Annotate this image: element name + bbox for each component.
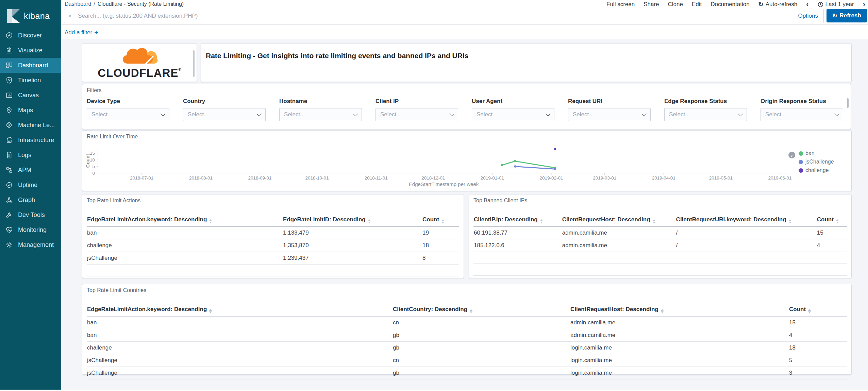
add-filter-button[interactable]: Add a filter+ (65, 29, 98, 36)
sort-icon[interactable] (368, 219, 371, 223)
sort-icon[interactable] (209, 309, 212, 313)
breadcrumb-dashboard-link[interactable]: Dashboard (65, 1, 91, 7)
table-cell: 1,239,437 (283, 252, 422, 265)
edit-button[interactable]: Edit (692, 1, 702, 8)
filter-select-device-type[interactable]: Select... (87, 108, 169, 121)
sort-icon[interactable] (441, 219, 444, 223)
compass-icon (5, 31, 14, 40)
chevron-down-icon (257, 111, 262, 116)
auto-refresh-button[interactable]: ↻ Auto-refresh (758, 1, 798, 8)
options-button[interactable]: Options (798, 13, 823, 19)
sidebar-item-uptime[interactable]: Uptime (0, 177, 61, 192)
top-menu: Full screen Share Clone Edit Documentati… (606, 1, 865, 8)
sort-icon[interactable] (470, 309, 472, 313)
sidebar-item-label: Dashboard (18, 62, 48, 69)
sidebar-item-management[interactable]: Management (0, 237, 61, 252)
clone-button[interactable]: Clone (668, 1, 683, 8)
sort-icon[interactable] (540, 219, 543, 223)
column-header-label: Count (789, 306, 806, 312)
sidebar-item-label: Discover (18, 32, 42, 39)
filter-select-client-ip[interactable]: Select... (375, 108, 458, 121)
table-row: challenge1,353,87018 (87, 239, 459, 252)
sidebar-item-logs[interactable]: Logs (0, 148, 61, 163)
table-cell: 8 (422, 252, 459, 265)
column-header-label: ClientRequestHost: Descending (562, 216, 650, 223)
wrench-icon (5, 210, 14, 219)
chevron-down-icon (642, 111, 647, 116)
full-screen-button[interactable]: Full screen (606, 1, 635, 8)
bar-chart-icon (5, 46, 14, 55)
table-cell: jsChallenge (87, 367, 393, 379)
sidebar-item-visualize[interactable]: Visualize (0, 43, 61, 58)
column-header[interactable]: EdgeRateLimitAction.keyword: Descending (87, 303, 393, 316)
sidebar-item-label: Timelion (18, 77, 41, 84)
sort-icon[interactable] (653, 219, 655, 223)
legend-item-ban[interactable]: ban (799, 150, 834, 156)
column-header[interactable]: Count (422, 213, 459, 226)
search-input[interactable]: >_ Search... (e.g. status:200 AND extens… (64, 9, 824, 23)
filter-select-edge-response-status[interactable]: Select... (664, 108, 747, 121)
table-row: jsChallengegblogin.camilia.me3 (87, 367, 847, 379)
column-header[interactable]: EdgeRateLimitAction.keyword: Descending (87, 213, 283, 226)
share-button[interactable]: Share (644, 1, 659, 8)
sidebar-item-apm[interactable]: APM (0, 163, 61, 177)
sidebar-nav: DiscoverVisualizeDashboardTimelionCanvas… (0, 28, 61, 252)
refresh-button-label: Refresh (839, 12, 861, 19)
refresh-arrow-icon: ↻ (758, 1, 764, 8)
sidebar-item-timelion[interactable]: Timelion (0, 73, 61, 88)
sidebar-item-machine-le[interactable]: Machine Le... (0, 118, 61, 133)
column-header-label: ClientRequestHost: Descending (570, 306, 658, 312)
sort-icon[interactable] (209, 219, 212, 223)
column-header[interactable]: ClientIP.ip: Descending (473, 213, 562, 226)
console-prompt-icon: >_ (68, 13, 74, 19)
sort-icon[interactable] (836, 219, 839, 223)
sidebar-item-dev-tools[interactable]: Dev Tools (0, 207, 61, 222)
column-header[interactable]: EdgeRateLimitID: Descending (283, 213, 422, 226)
sort-icon[interactable] (661, 309, 664, 313)
sort-icon[interactable] (789, 219, 791, 223)
sidebar-item-label: Visualize (18, 47, 43, 54)
kibana-logo[interactable]: kibana (0, 0, 61, 28)
filter-select-user-agent[interactable]: Select... (472, 108, 554, 121)
sidebar-item-discover[interactable]: Discover (0, 28, 61, 43)
filter-select-request-uri[interactable]: Select... (568, 108, 651, 121)
sidebar-item-dashboard[interactable]: Dashboard (0, 58, 61, 73)
sidebar-item-graph[interactable]: Graph (0, 192, 61, 207)
column-header[interactable]: ClientRequestURI.keyword: Descending (676, 213, 817, 226)
sidebar-item-infrastructure[interactable]: Infrastructure (0, 133, 61, 148)
time-range-button[interactable]: Last 1 year (818, 1, 854, 8)
table-cell: gb (393, 367, 570, 379)
filter-label: Request URI (568, 98, 651, 105)
column-header-label: EdgeRateLimitID: Descending (283, 216, 366, 223)
sidebar-item-maps[interactable]: Maps (0, 103, 61, 118)
sort-icon[interactable] (808, 309, 811, 313)
filters-panel-scrollbar[interactable] (847, 98, 849, 108)
sidebar-item-canvas[interactable]: Canvas (0, 88, 61, 103)
top-rate-limit-countries-panel: Top Rate Limit Countries EdgeRateLimitAc… (82, 284, 852, 375)
column-header[interactable]: Count (817, 213, 847, 226)
column-header[interactable]: Count (789, 303, 847, 316)
time-forward-chevron-icon[interactable]: › (863, 2, 865, 7)
time-back-chevron-icon[interactable]: ‹ (806, 2, 808, 7)
filter-select-origin-response-status[interactable]: Select... (761, 108, 843, 121)
documentation-button[interactable]: Documentation (711, 1, 749, 8)
filter-select-country[interactable]: Select... (183, 108, 266, 121)
legend-label: jsChallenge (805, 159, 834, 165)
refresh-button[interactable]: ↻ Refresh (827, 9, 867, 22)
logo-panel-scrollbar[interactable] (193, 50, 195, 77)
table-cell: admin.camilia.me (562, 226, 676, 239)
filter-field-client-ip: Client IPSelect... (375, 98, 458, 121)
select-placeholder: Select... (573, 111, 594, 118)
svg-text:2018-07-01: 2018-07-01 (130, 175, 153, 181)
table-header-row: EdgeRateLimitAction.keyword: DescendingE… (87, 213, 459, 226)
legend-item-challenge[interactable]: challenge (799, 167, 834, 173)
banned-ips-panel-title: Top Banned Client IPs (469, 194, 851, 204)
filter-select-hostname[interactable]: Select... (279, 108, 362, 121)
legend-collapse-icon[interactable]: › (788, 152, 795, 158)
column-header[interactable]: ClientCountry: Descending (393, 303, 570, 316)
sidebar-item-monitoring[interactable]: Monitoring (0, 222, 61, 237)
legend-item-jschallenge[interactable]: jsChallenge (799, 159, 834, 165)
column-header[interactable]: ClientRequestHost: Descending (562, 213, 676, 226)
column-header[interactable]: ClientRequestHost: Descending (570, 303, 789, 316)
table-cell: jsChallenge (87, 252, 283, 265)
